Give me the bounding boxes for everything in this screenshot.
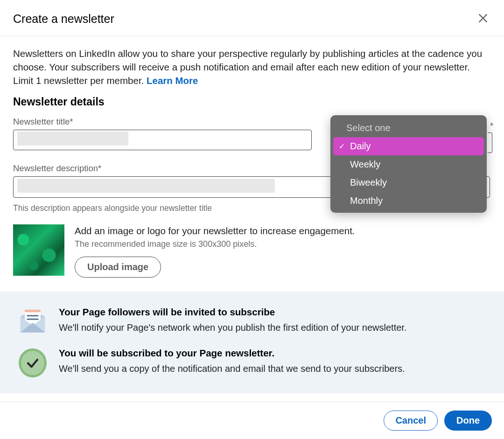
info-subscribed-text-group: You will be subscribed to your Page news… bbox=[59, 348, 405, 374]
modal-title: Create a newsletter bbox=[13, 12, 114, 26]
envelope-icon bbox=[19, 307, 47, 334]
cadence-option-label: Monthly bbox=[350, 195, 383, 206]
cadence-dropdown: Select one ✓ Daily Weekly Biweekly Month… bbox=[330, 115, 487, 213]
cadence-option-biweekly[interactable]: Biweekly bbox=[333, 174, 484, 192]
learn-more-link[interactable]: Learn More bbox=[147, 75, 198, 86]
newsletter-details-heading: Newsletter details bbox=[13, 96, 491, 108]
info-invite-title: Your Page followers will be invited to s… bbox=[59, 307, 406, 318]
info-invite-text: We'll notify your Page's network when yo… bbox=[59, 322, 406, 333]
upload-image-button[interactable]: Upload image bbox=[75, 257, 161, 278]
cadence-option-label: Biweekly bbox=[350, 177, 387, 188]
newsletter-title-input[interactable] bbox=[13, 130, 312, 150]
cadence-dropdown-header: Select one bbox=[333, 118, 484, 137]
cadence-option-label: Weekly bbox=[350, 159, 380, 169]
cadence-option-monthly[interactable]: Monthly bbox=[333, 192, 484, 210]
cadence-option-daily[interactable]: ✓ Daily bbox=[333, 137, 484, 155]
upload-size-hint: The recommended image size is 300x300 pi… bbox=[75, 239, 355, 249]
done-button[interactable]: Done bbox=[444, 411, 492, 431]
intro-paragraph: Newsletters on LinkedIn allow you to sha… bbox=[13, 47, 491, 87]
info-panel: Your Page followers will be invited to s… bbox=[0, 292, 504, 393]
modal-body: Newsletters on LinkedIn allow you to sha… bbox=[0, 36, 504, 393]
close-icon bbox=[477, 19, 489, 26]
newsletter-thumbnail-image[interactable] bbox=[13, 224, 64, 276]
close-button[interactable] bbox=[474, 9, 492, 28]
check-circle-icon bbox=[19, 348, 47, 377]
modal-footer: Cancel Done bbox=[0, 402, 504, 439]
info-subscribed-text: We'll send you a copy of the notificatio… bbox=[59, 363, 405, 374]
cadence-option-weekly[interactable]: Weekly bbox=[333, 155, 484, 174]
info-subscribed-title: You will be subscribed to your Page news… bbox=[59, 348, 405, 359]
intro-text: Newsletters on LinkedIn allow you to sha… bbox=[13, 48, 482, 86]
upload-section: Add an image or logo for your newsletter… bbox=[13, 224, 491, 278]
cadence-option-label: Daily bbox=[350, 141, 371, 151]
info-row-invite: Your Page followers will be invited to s… bbox=[19, 307, 485, 334]
info-invite-text-group: Your Page followers will be invited to s… bbox=[59, 307, 406, 333]
upload-info: Add an image or logo for your newsletter… bbox=[75, 224, 355, 278]
check-icon: ✓ bbox=[339, 141, 345, 150]
upload-instruction: Add an image or logo for your newsletter… bbox=[75, 225, 355, 237]
cadence-select-field-edge[interactable] bbox=[488, 132, 492, 153]
modal-header: Create a newsletter bbox=[0, 0, 504, 36]
info-row-subscribed: You will be subscribed to your Page news… bbox=[19, 348, 485, 377]
svg-rect-3 bbox=[25, 310, 41, 313]
cadence-required-asterisk: * bbox=[490, 121, 493, 131]
cancel-button[interactable]: Cancel bbox=[384, 411, 438, 431]
